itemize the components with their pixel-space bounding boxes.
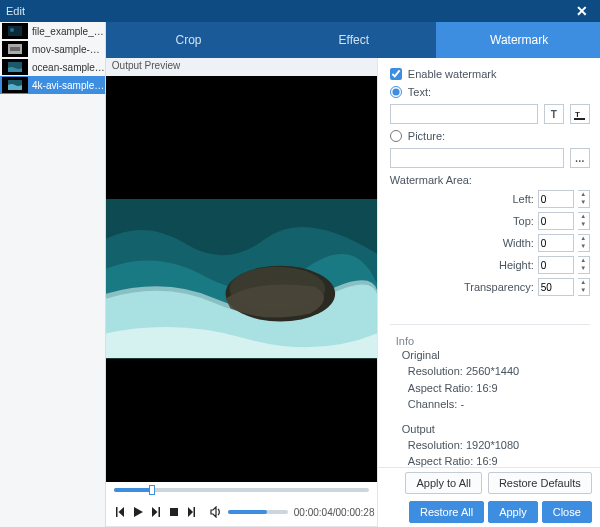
- watermark-text-label: Text:: [408, 86, 431, 98]
- watermark-area-label: Watermark Area:: [390, 174, 590, 186]
- watermark-panel: Enable watermark Text: T T: [378, 58, 600, 527]
- transparency-stepper[interactable]: ▲▼: [578, 278, 590, 296]
- thumbnail-icon: [2, 41, 28, 57]
- output-aspect: Aspect Ratio: 16:9: [408, 453, 590, 467]
- file-sidebar: file_example_… mov-sample-… ocean-sample…: [0, 22, 106, 527]
- sidebar-item-label: file_example_…: [32, 26, 104, 37]
- apply-button[interactable]: Apply: [488, 501, 538, 523]
- font-button[interactable]: T: [544, 104, 564, 124]
- preview-column: Output Preview: [106, 58, 378, 527]
- enable-watermark-checkbox[interactable]: [390, 68, 402, 80]
- original-aspect: Aspect Ratio: 16:9: [408, 380, 590, 397]
- sidebar-item-4k-avi-sample[interactable]: 4k-avi-sample…: [0, 76, 105, 94]
- tab-crop[interactable]: Crop: [106, 22, 271, 58]
- width-label: Width:: [454, 237, 534, 249]
- left-label: Left:: [454, 193, 534, 205]
- play-icon[interactable]: [132, 504, 144, 520]
- top-input[interactable]: [538, 212, 574, 230]
- close-icon[interactable]: ✕: [570, 3, 594, 19]
- info-title: Info: [396, 335, 590, 347]
- video-preview[interactable]: [106, 76, 377, 482]
- top-stepper[interactable]: ▲▼: [578, 212, 590, 230]
- height-stepper[interactable]: ▲▼: [578, 256, 590, 274]
- watermark-text-input[interactable]: [390, 104, 538, 124]
- panel-footer: Apply to All Restore Defaults: [378, 467, 600, 497]
- restore-all-button[interactable]: Restore All: [409, 501, 484, 523]
- width-stepper[interactable]: ▲▼: [578, 234, 590, 252]
- original-channels: Channels: -: [408, 396, 590, 413]
- watermark-picture-label: Picture:: [408, 130, 445, 142]
- tab-watermark[interactable]: Watermark: [436, 22, 600, 58]
- prev-frame-icon[interactable]: [114, 504, 126, 520]
- enable-watermark-label: Enable watermark: [408, 68, 497, 80]
- sidebar-item-ocean-sample[interactable]: ocean-sample…: [0, 58, 105, 76]
- sidebar-item-file-example[interactable]: file_example_…: [0, 22, 105, 40]
- edit-window: Edit ✕ file_example_… mov-sample-… ocean…: [0, 0, 600, 527]
- font-color-icon: T: [574, 109, 585, 120]
- next-frame-icon[interactable]: [150, 504, 162, 520]
- height-label: Height:: [454, 259, 534, 271]
- svg-rect-3: [10, 47, 20, 51]
- transparency-input[interactable]: [538, 278, 574, 296]
- left-input[interactable]: [538, 190, 574, 208]
- titlebar: Edit ✕: [0, 0, 600, 22]
- playback-controls: 00:00:04/00:00:28: [106, 498, 377, 526]
- sidebar-item-label: ocean-sample…: [32, 62, 105, 73]
- original-resolution: Resolution: 2560*1440: [408, 363, 590, 380]
- watermark-picture-input[interactable]: [390, 148, 564, 168]
- tab-effect[interactable]: Effect: [271, 22, 436, 58]
- height-input[interactable]: [538, 256, 574, 274]
- sidebar-item-mov-sample[interactable]: mov-sample-…: [0, 40, 105, 58]
- sidebar-item-label: mov-sample-…: [32, 44, 100, 55]
- stop-icon[interactable]: [168, 504, 180, 520]
- original-title: Original: [402, 349, 590, 361]
- left-stepper[interactable]: ▲▼: [578, 190, 590, 208]
- output-resolution: Resolution: 1920*1080: [408, 437, 590, 454]
- svg-rect-11: [574, 118, 585, 120]
- volume-slider[interactable]: [228, 510, 288, 514]
- preview-header: Output Preview: [106, 58, 377, 76]
- watermark-text-radio[interactable]: [390, 86, 402, 98]
- apply-to-all-button[interactable]: Apply to All: [405, 472, 481, 494]
- info-block: Info Original Resolution: 2560*1440 Aspe…: [390, 324, 590, 467]
- volume-icon[interactable]: [208, 504, 224, 520]
- svg-text:T: T: [575, 110, 580, 119]
- ocean-frame-icon: [106, 199, 377, 358]
- output-title: Output: [402, 423, 590, 435]
- thumbnail-icon: [2, 59, 28, 75]
- timecode: 00:00:04/00:00:28: [294, 507, 375, 518]
- transparency-label: Transparency:: [454, 281, 534, 293]
- thumbnail-icon: [2, 23, 28, 39]
- timeline-slider[interactable]: [114, 488, 369, 492]
- restore-defaults-button[interactable]: Restore Defaults: [488, 472, 592, 494]
- sidebar-item-label: 4k-avi-sample…: [32, 80, 104, 91]
- thumbnail-icon: [2, 77, 28, 93]
- svg-rect-9: [170, 508, 178, 516]
- color-button[interactable]: T: [570, 104, 590, 124]
- step-icon[interactable]: [186, 504, 198, 520]
- tab-bar: Crop Effect Watermark: [106, 22, 600, 58]
- browse-button[interactable]: …: [570, 148, 590, 168]
- top-label: Top:: [454, 215, 534, 227]
- watermark-picture-radio[interactable]: [390, 130, 402, 142]
- window-title: Edit: [6, 5, 25, 17]
- dialog-footer: Restore All Apply Close: [378, 497, 600, 527]
- close-button[interactable]: Close: [542, 501, 592, 523]
- svg-rect-0: [8, 26, 22, 36]
- svg-point-1: [10, 28, 14, 32]
- width-input[interactable]: [538, 234, 574, 252]
